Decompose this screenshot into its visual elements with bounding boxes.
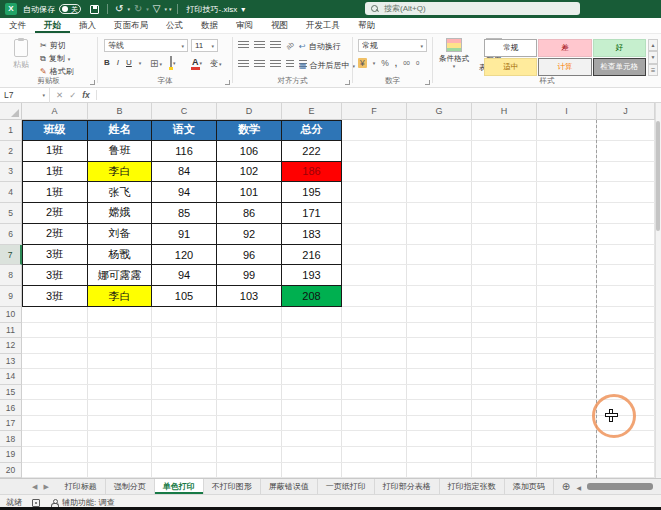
row-header[interactable]: 20: [0, 463, 22, 478]
increase-decimal-icon[interactable]: 00: [403, 60, 410, 66]
column-header[interactable]: H: [472, 103, 537, 120]
fill-color-button[interactable]: ▾: [170, 58, 176, 67]
font-color-button[interactable]: A▾: [192, 58, 202, 67]
column-header[interactable]: G: [407, 103, 472, 120]
column-header[interactable]: F: [342, 103, 407, 120]
row-header[interactable]: 16: [0, 400, 22, 416]
name-box[interactable]: L7 ▾: [0, 88, 50, 103]
row-header[interactable]: 5: [0, 203, 22, 224]
column-header[interactable]: E: [282, 103, 342, 120]
row-header[interactable]: 8: [0, 265, 22, 286]
hscroll-left-icon[interactable]: ◀: [576, 484, 581, 491]
sheet-tab[interactable]: 打印部分表格: [375, 479, 440, 494]
bold-button[interactable]: B: [104, 58, 110, 67]
merge-center-button[interactable]: ▦合并后居中▾: [299, 60, 355, 71]
font-name-select[interactable]: 等线▾: [104, 39, 188, 52]
row-header[interactable]: 17: [0, 416, 22, 432]
row-header[interactable]: 14: [0, 369, 22, 385]
autosave-toggle[interactable]: 关: [59, 4, 81, 14]
column-header[interactable]: J: [597, 103, 655, 120]
cell-style-item[interactable]: 适中: [484, 58, 537, 76]
cell-style-item[interactable]: 计算: [538, 58, 591, 76]
search-box[interactable]: 搜索(Alt+Q): [365, 2, 580, 15]
sheet-nav-left-icon[interactable]: ◀: [32, 483, 37, 491]
ribbon-tab[interactable]: 文件: [0, 18, 35, 33]
vertical-scrollbar[interactable]: [655, 103, 661, 478]
gallery-more-icon[interactable]: ☰: [648, 64, 658, 76]
filter-icon[interactable]: ▽: [151, 4, 163, 14]
formula-input[interactable]: [97, 88, 661, 102]
ribbon-tab[interactable]: 开发工具: [297, 18, 349, 33]
column-header[interactable]: C: [152, 103, 217, 120]
insert-function-icon[interactable]: fx: [82, 90, 90, 100]
ribbon-tab[interactable]: 插入: [70, 18, 105, 33]
redo-icon[interactable]: ↻: [132, 4, 144, 14]
underline-caret-icon[interactable]: ▾: [139, 60, 142, 66]
italic-button[interactable]: I: [117, 58, 119, 67]
ribbon-tab[interactable]: 页面布局: [105, 18, 157, 33]
row-header[interactable]: 2: [0, 141, 22, 162]
align-right-icon[interactable]: [270, 60, 281, 68]
sheet-tab[interactable]: 一页纸打印: [318, 479, 375, 494]
undo-caret-icon[interactable]: ▾: [127, 6, 130, 12]
row-header[interactable]: 11: [0, 323, 22, 339]
ribbon-tab[interactable]: 帮助: [349, 18, 384, 33]
sheet-tab[interactable]: 单色打印: [155, 479, 204, 494]
align-middle-icon[interactable]: [254, 41, 265, 49]
name-box-caret-icon[interactable]: ▾: [42, 92, 45, 98]
sheet-tab[interactable]: 强制分页: [106, 479, 155, 494]
ribbon-tab[interactable]: 数据: [192, 18, 227, 33]
conditional-formatting-button[interactable]: 条件格式 ▾: [435, 38, 473, 70]
ribbon-tab[interactable]: 视图: [262, 18, 297, 33]
row-header[interactable]: 4: [0, 182, 22, 203]
align-bottom-icon[interactable]: [270, 41, 281, 49]
cell-style-item[interactable]: 检查单元格: [593, 58, 646, 76]
underline-button[interactable]: U: [126, 58, 132, 67]
column-header[interactable]: D: [217, 103, 282, 120]
gallery-up-icon[interactable]: ▲: [648, 39, 658, 51]
sheet-tab[interactable]: 屏蔽错误值: [261, 479, 318, 494]
row-header[interactable]: 6: [0, 224, 22, 245]
number-format-select[interactable]: 常规▾: [358, 39, 427, 52]
row-header[interactable]: 1: [0, 120, 22, 141]
sheet-tab[interactable]: 添加页码: [505, 479, 554, 494]
row-header[interactable]: 9: [0, 286, 22, 307]
row-header[interactable]: 13: [0, 354, 22, 370]
gallery-down-icon[interactable]: ▼: [648, 51, 658, 63]
copy-button[interactable]: ⧉复制▾: [40, 53, 70, 64]
column-header[interactable]: A: [22, 103, 88, 120]
comma-style-icon[interactable]: ,: [395, 58, 397, 68]
cut-button[interactable]: ✂剪切: [40, 40, 66, 51]
enter-icon[interactable]: ✓: [69, 90, 76, 100]
autosave-control[interactable]: 自动保存 关: [23, 4, 81, 15]
vertical-scrollbar-thumb[interactable]: [656, 121, 660, 231]
row-header[interactable]: 18: [0, 431, 22, 447]
save-icon[interactable]: [90, 5, 99, 14]
row-header[interactable]: 10: [0, 307, 22, 323]
orientation-icon[interactable]: ab: [285, 40, 295, 50]
undo-icon[interactable]: ↺: [113, 4, 125, 14]
alignment-dialog-launcher[interactable]: [345, 80, 350, 85]
column-header[interactable]: I: [537, 103, 597, 120]
decrease-indent-icon[interactable]: [286, 60, 294, 68]
sheet-tab[interactable]: 不打印图形: [204, 479, 261, 494]
percent-style-icon[interactable]: %: [381, 58, 389, 68]
align-top-icon[interactable]: [238, 41, 249, 49]
sheet-tab[interactable]: 打印标题: [57, 479, 106, 494]
row-header[interactable]: 3: [0, 162, 22, 183]
row-header[interactable]: 7: [0, 245, 22, 266]
worksheet-grid[interactable]: ABCDEFGHIJ123456789101112131415161718192…: [0, 103, 661, 478]
font-size-select[interactable]: 11▾: [191, 39, 218, 52]
paste-button[interactable]: 粘贴: [8, 39, 34, 75]
clipboard-dialog-launcher[interactable]: [90, 80, 95, 85]
cell-style-item[interactable]: 常规: [484, 39, 537, 57]
excel-app-icon[interactable]: X: [5, 3, 17, 15]
ribbon-tab[interactable]: 开始: [35, 18, 70, 33]
sheet-tab[interactable]: 打印指定张数: [440, 479, 505, 494]
customize-qat-icon[interactable]: ▾: [169, 6, 172, 12]
select-all-corner[interactable]: [0, 103, 22, 120]
row-header[interactable]: 12: [0, 338, 22, 354]
redo-caret-icon[interactable]: ▾: [146, 6, 149, 12]
cell-style-item[interactable]: 差: [538, 39, 591, 57]
borders-button[interactable]: ⊞▾: [150, 58, 162, 69]
